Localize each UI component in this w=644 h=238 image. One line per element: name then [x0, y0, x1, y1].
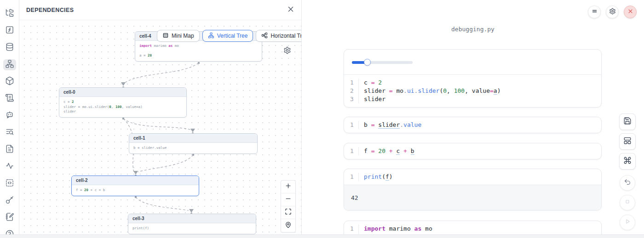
- zoom-in-button[interactable]: [281, 181, 295, 193]
- sidebar-item-datasources[interactable]: [3, 42, 16, 53]
- view-button-label: Horizontal Tree: [270, 33, 301, 39]
- sidebar-item-tracing[interactable]: [3, 161, 16, 172]
- sidebar-item-snippets[interactable]: [3, 178, 16, 189]
- sidebar-item-ai-chat[interactable]: [3, 110, 16, 121]
- graph-node-code: print(f): [128, 223, 256, 234]
- marimo-app: DEPENDENCIES: [0, 0, 644, 238]
- sidebar-item-logs[interactable]: [3, 93, 16, 104]
- center-selection-button[interactable]: [281, 219, 295, 232]
- zoom-out-button[interactable]: [281, 193, 295, 206]
- interrupt-button[interactable]: [620, 195, 635, 210]
- graph-node-code: c = 2slider = mo.ui.slider(0, 100, value…: [59, 97, 186, 117]
- vertical-tree-icon: [208, 32, 214, 40]
- key-icon: [5, 195, 14, 206]
- code-editor[interactable]: 1c = 22slider = mo.ui.slider(0, 100, val…: [344, 75, 601, 107]
- layout-panel-icon: [623, 136, 632, 147]
- mini-map-icon: [162, 32, 169, 40]
- sidebar-item-file-tree[interactable]: [3, 8, 16, 19]
- slider-widget[interactable]: [352, 59, 413, 66]
- graph-node-title: cell-3: [128, 214, 256, 223]
- save-icon: [623, 117, 632, 127]
- close-panel-button[interactable]: [287, 6, 294, 15]
- sidebar-item-secrets[interactable]: [3, 195, 16, 206]
- panel-title: DEPENDENCIES: [26, 7, 74, 13]
- play-icon: [624, 218, 631, 227]
- function-square-icon: [5, 25, 14, 36]
- list-search-icon: [5, 127, 14, 138]
- graph-node-title: cell-0: [59, 88, 186, 97]
- horizontal-tree-icon: [261, 32, 268, 40]
- graph-zoom-controls: [281, 180, 296, 232]
- run-button[interactable]: [620, 215, 635, 230]
- dependencies-panel-header: DEPENDENCIES: [19, 0, 301, 20]
- stop-icon: [624, 198, 631, 207]
- minus-icon: [285, 195, 292, 204]
- dependency-graph-canvas[interactable]: cell-4 import marimo as mo a = 20 cell-0…: [19, 20, 301, 238]
- graph-node-code: b = slider.value: [129, 143, 257, 153]
- code-editor[interactable]: 1print(f): [344, 169, 601, 185]
- layouts-button[interactable]: [619, 133, 636, 150]
- graph-node-cell-1[interactable]: cell-1 b = slider.value: [129, 133, 258, 154]
- notebook-cell: 1c = 22slider = mo.ui.slider(0, 100, val…: [344, 49, 602, 108]
- command-icon: [623, 156, 632, 166]
- bottom-edge-strip: [0, 234, 644, 238]
- horizontal-tree-button[interactable]: Horizontal Tree: [256, 30, 301, 42]
- sidebar-item-documentation[interactable]: [3, 144, 16, 155]
- code-editor[interactable]: 1f = 20 + c + b: [344, 143, 601, 159]
- view-button-label: Mini Map: [172, 33, 194, 39]
- notebook-filename: debugging.py: [302, 26, 644, 33]
- sidebar-item-functions[interactable]: [3, 25, 16, 36]
- graph-node-cell-0[interactable]: cell-0 c = 2slider = mo.ui.slider(0, 100…: [59, 87, 187, 118]
- code-snippet-icon: [5, 178, 14, 189]
- slider-knob[interactable]: [364, 59, 371, 66]
- helper-panel-rail: [0, 0, 19, 238]
- file-text-icon: [5, 144, 14, 155]
- code-editor[interactable]: 1b = slider.value: [344, 117, 601, 133]
- undo-button[interactable]: [620, 175, 635, 191]
- graph-node-code: import marimo as mo a = 20: [135, 41, 262, 61]
- graph-node-title: cell-2: [72, 176, 199, 185]
- close-icon: [627, 8, 634, 17]
- graph-node-code: f = 20 + c + b: [72, 185, 199, 196]
- fit-view-button[interactable]: [281, 206, 295, 219]
- vertical-tree-button[interactable]: Vertical Tree: [202, 30, 253, 42]
- activity-icon: [5, 161, 14, 172]
- menu-icon: [591, 8, 598, 17]
- file-tree-icon: [5, 8, 14, 19]
- notebook-cell: 1print(f) 42: [344, 169, 602, 210]
- notebook-pen-icon: [5, 212, 14, 223]
- save-button[interactable]: [619, 113, 636, 130]
- sidebar-item-find-replace[interactable]: [3, 127, 16, 138]
- graph-node-cell-3[interactable]: cell-3 print(f): [128, 214, 256, 234]
- graph-settings-button[interactable]: [283, 46, 291, 56]
- notebook-cell: 1f = 20 + c + b: [344, 143, 602, 159]
- notebook-cell: 1b = slider.value: [344, 117, 602, 133]
- gear-icon: [283, 48, 291, 56]
- notebook-area: debugging.py 1c = 22slider = mo.ui.slide…: [302, 0, 644, 238]
- view-button-label: Vertical Tree: [217, 33, 248, 39]
- shutdown-button[interactable]: [624, 6, 637, 18]
- map-pin-icon: [285, 221, 292, 230]
- sidebar-item-scratchpad[interactable]: [3, 212, 16, 223]
- graph-view-switcher: Mini Map Vertical Tree Horizontal Tree: [157, 30, 301, 42]
- graph-node-cell-2[interactable]: cell-2 f = 20 + c + b: [71, 176, 199, 196]
- cell-output-slider: [344, 50, 601, 75]
- scroll-icon: [5, 93, 14, 104]
- keyboard-shortcuts-button[interactable]: [619, 153, 636, 170]
- database-icon: [5, 42, 14, 53]
- package-icon: [5, 76, 14, 87]
- settings-button[interactable]: [606, 6, 619, 18]
- maximize-icon: [285, 208, 292, 217]
- chat-bot-icon: [5, 110, 14, 121]
- undo-icon: [624, 178, 631, 187]
- console-output: 42: [344, 185, 601, 210]
- dependencies-panel: DEPENDENCIES: [19, 0, 302, 238]
- dependency-graph-icon: [5, 59, 14, 70]
- gear-icon: [609, 8, 616, 17]
- mini-map-button[interactable]: Mini Map: [157, 30, 200, 42]
- graph-node-title: cell-1: [129, 134, 257, 143]
- plus-icon: [285, 182, 292, 191]
- sidebar-item-packages[interactable]: [3, 76, 16, 87]
- sidebar-item-dependency-graph[interactable]: [3, 59, 16, 70]
- notebook-menu-button[interactable]: [588, 6, 601, 18]
